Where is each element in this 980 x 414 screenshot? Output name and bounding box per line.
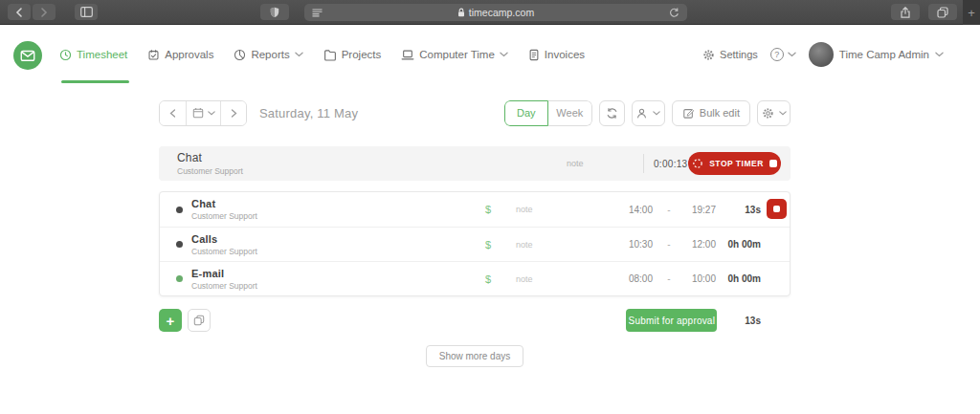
chevron-down-icon — [208, 111, 215, 116]
copy-icon — [193, 315, 205, 326]
entry-note-field[interactable]: note — [516, 274, 533, 284]
time-range-dash: - — [663, 239, 675, 250]
time-entry-row: Calls Customer Support $ note 10:30 - 12… — [160, 227, 790, 261]
chevron-down-icon — [935, 52, 944, 57]
entry-start-time[interactable]: 08:00 — [610, 273, 653, 284]
duplicate-entries-button[interactable] — [188, 309, 211, 332]
week-view-button[interactable]: Week — [548, 100, 592, 126]
nav-item-reports[interactable]: Reports — [234, 45, 302, 64]
entry-task-name: Calls — [191, 233, 257, 245]
lock-icon — [457, 8, 465, 17]
date-toolbar: Saturday, 11 May Day Week Bulk edit — [159, 99, 791, 126]
timesheet-settings-button[interactable] — [757, 100, 791, 126]
tabs-icon — [937, 7, 948, 18]
header-right-cluster: Settings ? Time Camp Admin — [702, 42, 944, 67]
next-day-button[interactable] — [220, 101, 246, 125]
entry-duration[interactable]: 0h 00m — [696, 273, 761, 284]
stop-timer-button[interactable]: STOP TIMER — [688, 152, 781, 175]
address-bar[interactable]: timecamp.com — [304, 4, 687, 21]
gear-icon — [762, 107, 774, 120]
tab-overview-button[interactable] — [928, 4, 957, 20]
edit-icon — [682, 107, 695, 120]
divider — [643, 154, 644, 173]
shield-icon — [270, 7, 279, 18]
prev-day-button[interactable] — [160, 101, 186, 125]
gear-icon — [702, 49, 715, 61]
calendar-icon — [192, 107, 204, 119]
entry-note-field[interactable]: note — [516, 205, 533, 214]
entry-task-info[interactable]: Calls Customer Support — [191, 233, 257, 256]
billable-icon[interactable]: $ — [481, 239, 495, 251]
laptop-icon — [401, 49, 414, 61]
screen: timecamp.com + Timesheet — [0, 0, 980, 414]
chevron-down-icon — [295, 52, 303, 57]
chevron-down-icon — [500, 52, 508, 57]
calendar-picker-button[interactable] — [186, 101, 220, 125]
nav-label: Computer Time — [419, 49, 495, 60]
browser-toolbar: timecamp.com + — [0, 0, 980, 25]
nav-item-invoices[interactable]: Invoices — [528, 45, 585, 64]
billable-icon[interactable]: $ — [481, 204, 495, 215]
reload-icon[interactable] — [669, 8, 679, 18]
nav-label: Approvals — [165, 49, 213, 60]
new-tab-button[interactable]: + — [963, 0, 980, 25]
time-range-dash: - — [663, 273, 675, 284]
entry-task-name: E-mail — [191, 268, 257, 279]
main-nav: Timesheet Approvals Reports Projects Com… — [59, 45, 585, 64]
running-timer-bar: Chat Customer Support note 0:00:13 STOP … — [159, 146, 791, 181]
entry-note-field[interactable]: note — [516, 240, 533, 250]
browser-back-button[interactable] — [8, 4, 31, 20]
sidebar-toggle-button[interactable] — [75, 4, 98, 20]
nav-item-computer-time[interactable]: Computer Time — [401, 45, 508, 64]
chevron-down-icon — [653, 111, 660, 116]
entry-project-name: Customer Support — [191, 247, 257, 256]
spinner-icon — [692, 158, 703, 169]
clock-icon — [59, 49, 72, 61]
people-filter-button[interactable] — [632, 100, 665, 126]
forward-arrow-icon — [40, 8, 48, 17]
entry-start-time[interactable]: 14:00 — [610, 205, 653, 215]
help-menu[interactable]: ? — [770, 48, 796, 61]
bulk-edit-button[interactable]: Bulk edit — [672, 100, 750, 126]
privacy-shield-button[interactable] — [260, 4, 289, 20]
entry-duration[interactable]: 0h 00m — [696, 239, 761, 250]
view-controls: Day Week Bulk edit — [504, 100, 791, 126]
entry-start-time[interactable]: 10:30 — [610, 239, 653, 250]
browser-forward-button[interactable] — [33, 4, 56, 20]
chevron-down-icon — [788, 52, 796, 57]
billable-icon[interactable]: $ — [481, 273, 495, 285]
calendar-check-icon — [147, 49, 160, 61]
nav-item-approvals[interactable]: Approvals — [147, 45, 213, 64]
timer-task-info[interactable]: Chat Customer Support — [177, 151, 243, 176]
add-entry-button[interactable]: + — [159, 309, 182, 332]
refresh-button[interactable] — [599, 100, 625, 126]
entry-duration[interactable]: 13s — [696, 205, 761, 215]
timer-project-name: Customer Support — [177, 166, 243, 176]
settings-label: Settings — [720, 49, 758, 60]
help-icon: ? — [770, 48, 784, 61]
time-entry-row: E-mail Customer Support $ note 08:00 - 1… — [160, 261, 790, 295]
entry-task-info[interactable]: Chat Customer Support — [191, 198, 257, 221]
nav-item-timesheet[interactable]: Timesheet — [59, 45, 127, 64]
stop-square-icon — [773, 206, 780, 212]
timer-note-field[interactable]: note — [567, 159, 584, 168]
time-range-dash: - — [663, 205, 675, 215]
avatar[interactable] — [809, 42, 834, 67]
chevron-left-icon — [169, 109, 176, 118]
submit-for-approval-button[interactable]: Submit for approval — [626, 309, 717, 332]
reader-view-icon[interactable] — [312, 9, 323, 17]
entry-stop-button[interactable] — [767, 199, 787, 219]
entry-task-info[interactable]: E-mail Customer Support — [191, 268, 257, 291]
show-more-days-button[interactable]: Show more days — [426, 345, 523, 367]
date-nav-group — [159, 100, 247, 126]
show-more-row: Show more days — [159, 345, 791, 367]
nav-label: Timesheet — [77, 49, 127, 60]
timecamp-logo[interactable] — [13, 41, 42, 70]
day-view-button[interactable]: Day — [504, 100, 548, 126]
user-menu[interactable]: Time Camp Admin — [809, 42, 944, 67]
share-button[interactable] — [891, 4, 920, 20]
task-color-dot — [176, 207, 183, 213]
nav-item-projects[interactable]: Projects — [323, 45, 382, 64]
settings-link[interactable]: Settings — [702, 49, 758, 61]
share-icon — [901, 7, 910, 18]
